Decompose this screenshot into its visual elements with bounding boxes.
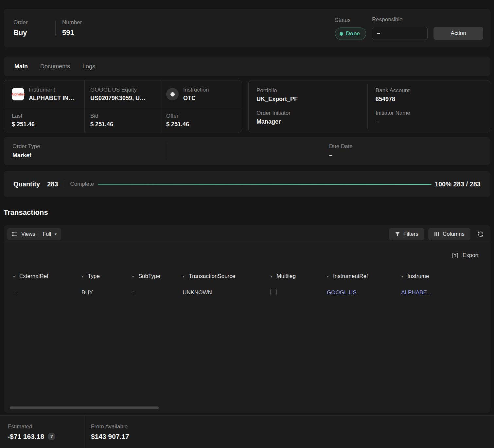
instrumentref-link[interactable]: GOOGL.US [327,289,357,296]
order-header-panel: Order Buy Number 591 Status Done Respons… [4,9,490,47]
quantity-label: Quantity [13,181,40,188]
due-date-value: – [329,152,353,159]
status-field: Status Done [335,17,366,40]
initiator-name-cell: Initiator Name – [367,106,490,129]
initiator-name-value: – [376,118,490,125]
instrument-panel-top: Alphabet Instrument ALPHABET IN… GOOGL U… [4,80,242,108]
transactions-toolbar-right: Filters Columns [389,228,487,240]
column-menu-icon[interactable]: ▾ [183,274,185,279]
order-initiator-value: Manager [256,118,367,125]
views-selector[interactable]: Views Full ▾ [7,228,61,240]
estimated-label: Estimated [8,423,84,430]
quantity-panel: Quantity 283 Complete 100% 283 / 283 [4,171,490,197]
views-label: Views [21,231,35,237]
order-number-value: 591 [62,28,82,37]
column-header-multileg[interactable]: ▾ Multileg [270,273,327,280]
number-label: Number [62,19,82,26]
responsible-value: – [377,30,380,37]
listing-label: GOOGL US Equity [90,87,146,93]
cell-instrument: ALPHABE… [401,289,490,296]
instrument-link[interactable]: ALPHABE… [401,289,432,296]
column-header-transactionsource[interactable]: ▾ TransactionSource [183,273,270,280]
from-available-section: From Available $143 907.17 [84,416,129,448]
action-button[interactable]: Action [433,27,483,40]
info-panels-row: Alphabet Instrument ALPHABET IN… GOOGL U… [4,80,490,132]
column-header-subtype[interactable]: ▾ SubType [132,273,183,280]
instrument-panel-bottom: Last $ 251.46 Bid $ 251.46 Offer $ 251.4… [4,108,242,132]
column-header-label: SubType [138,273,160,280]
horizontal-scrollbar-thumb[interactable] [10,406,159,409]
estimated-section: Estimated -$71 163.18 ? [0,416,84,448]
bid-price-cell: Bid $ 251.46 [84,108,161,132]
order-field: Order Buy [13,19,55,37]
column-menu-icon[interactable]: ▾ [132,274,134,279]
offer-value: $ 251.46 [166,121,189,128]
column-header-label: Multileg [276,273,296,280]
column-header-instrument[interactable]: ▾ Instrume [401,273,490,280]
column-header-externalref[interactable]: ▾ ExternalRef [13,273,81,280]
responsible-field: Responsible – [372,16,428,40]
filters-button[interactable]: Filters [389,228,424,240]
quantity-value: 283 [47,181,58,188]
column-menu-icon[interactable]: ▾ [401,274,403,279]
instruction-cell: Instruction OTC [161,80,242,108]
transactions-title: Transactions [4,208,490,217]
order-initiator-label: Order Initiator [256,110,367,116]
responsible-label: Responsible [372,16,428,23]
quantity-progress-bar [98,184,432,185]
instrument-label: Instrument [29,87,74,93]
refresh-button[interactable] [474,228,487,240]
status-value: Done [346,30,360,37]
view-selected-value: Full [43,231,51,237]
tab-main[interactable]: Main [14,63,28,70]
column-header-instrumentref[interactable]: ▾ InstrumentRef [327,273,401,280]
tab-logs[interactable]: Logs [82,63,95,70]
initiator-name-label: Initiator Name [376,110,490,116]
columns-button[interactable]: Columns [428,228,470,240]
instrument-value: ALPHABET IN… [29,95,74,102]
responsible-input[interactable]: – [372,27,428,40]
multileg-checkbox[interactable] [270,289,277,295]
columns-button-label: Columns [443,231,465,237]
column-header-type[interactable]: ▾ Type [81,273,132,280]
cell-transactionsource: UNKNOWN [183,289,270,296]
refresh-icon [477,231,484,237]
order-label: Order [13,19,55,26]
transaction-row[interactable]: – BUY – UNKNOWN GOOGL.US ALPHABE… [4,285,490,300]
column-menu-icon[interactable]: ▾ [327,274,329,279]
portfolio-label: Portfolio [256,87,367,94]
instruction-value: OTC [183,95,209,102]
tab-documents[interactable]: Documents [40,63,70,70]
order-type-panel: Order Type Market Due Date – [4,137,490,165]
bank-account-cell: Bank Account 654978 [367,84,490,106]
cell-type: BUY [81,289,132,296]
filter-icon [395,232,400,237]
help-icon[interactable]: ? [48,433,55,440]
listing-value: US02079K3059, U… [90,95,146,102]
status-label: Status [335,17,366,24]
export-button-label[interactable]: Export [463,252,479,259]
order-side-value: Buy [13,28,55,37]
footer-summary-bar: Estimated -$71 163.18 ? From Available $… [0,415,494,448]
cell-subtype: – [132,289,183,296]
cell-instrumentref: GOOGL.US [327,289,401,296]
order-header-left: Order Buy Number 591 [13,19,82,37]
order-type-divider [166,143,166,159]
from-available-value: $143 907.17 [91,433,129,440]
order-details-page: Order Buy Number 591 Status Done Respons… [0,0,494,448]
export-icon[interactable] [452,252,459,259]
bank-account-label: Bank Account [376,87,490,94]
transactions-panel: Views Full ▾ Filters [4,225,490,413]
alphabet-logo-icon: Alphabet [12,88,24,100]
quantity-divider [65,180,65,188]
column-menu-icon[interactable]: ▾ [270,274,272,279]
status-badge[interactable]: Done [335,27,366,40]
order-type-label: Order Type [12,143,40,150]
instruction-icon [166,88,179,100]
quantity-progress-text: 100% 283 / 283 [435,181,481,188]
column-menu-icon[interactable]: ▾ [13,274,15,279]
column-menu-icon[interactable]: ▾ [81,274,83,279]
listing-cell: GOOGL US Equity US02079K3059, U… [84,80,161,108]
filters-button-label: Filters [403,231,418,237]
column-header-label: TransactionSource [189,273,235,280]
